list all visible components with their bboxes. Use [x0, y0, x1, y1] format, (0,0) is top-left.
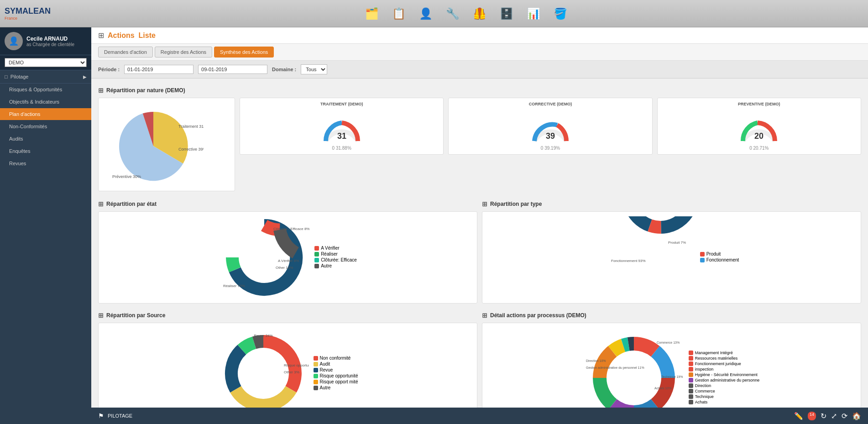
nav-icon-database[interactable]: 🗄️ [497, 4, 517, 24]
section-nature-title: Répartition par nature (DEMO) [106, 87, 185, 94]
mgmt-dot [689, 351, 693, 355]
risque-src-dot [314, 374, 318, 378]
pilotage-icon: □ [5, 74, 8, 79]
top-nav: SYMALEAN France 🗂️ 📋 👤 🔧 🦺 🗄️ 📊 🪣 [0, 0, 868, 27]
p7-arc [600, 351, 612, 378]
sidebar-label-pilotage: Pilotage [10, 74, 29, 79]
type-donut-svg: Fonctionnement 93% Produit 7% [604, 216, 695, 298]
cloturee-label: Clôturée: Efficace [321, 257, 357, 262]
sync-icon[interactable]: ⟳ [842, 412, 847, 420]
type-donut-container: Fonctionnement 93% Produit 7% Produit [487, 216, 856, 298]
section-type-title: Répartition par type [490, 201, 542, 207]
nav-icons: 🗂️ 📋 👤 🔧 🦺 🗄️ 📊 🪣 [68, 4, 863, 24]
nav-icon-safety[interactable]: 🦺 [470, 4, 490, 24]
legend-realiser: Réaliser [314, 251, 357, 256]
etat-cloturee-arc [232, 257, 235, 270]
section-processus: ⊞ Détail actions par processus (DEMO) [482, 312, 861, 319]
logo-main: SYMALEAN [5, 6, 51, 16]
audit-src-legend-label: Audit [320, 361, 330, 366]
type-legend: Produit Fonctionnement [700, 251, 739, 263]
etat-type-row: ⊞ Répartition par état [98, 197, 861, 304]
processus-chart-box: Commerce 13% Technicue 19% Achats 10% Ma… [482, 323, 861, 408]
proc-gestion-label: Gestion administrative du personnel 11% [586, 366, 644, 370]
nav-icon-bucket[interactable]: 🪣 [550, 4, 570, 24]
sidebar-item-revues[interactable]: Revues [0, 157, 91, 170]
autre-src-label: Autre [320, 385, 331, 390]
other-arc [254, 341, 263, 343]
produit-arc [650, 225, 661, 227]
section-etat: ⊞ Répartition par état [98, 200, 477, 208]
plan-label: Plan d'actions [9, 111, 40, 117]
bottom-bar-left: ⚑ PILOTAGE [98, 412, 132, 419]
type-chart-box: Fonctionnement 93% Produit 7% Produit [482, 211, 861, 304]
section-type-icon: ⊞ [482, 200, 487, 208]
legend-autre: Autre [314, 263, 357, 268]
tab-synthese[interactable]: Synthèse des Actions [214, 47, 274, 58]
sidebar-item-audits[interactable]: Audits [0, 133, 91, 145]
legend-risque-src: Risque opportunité [314, 373, 358, 378]
gauge-preventive-title: PREVENTIVE (DEMO) [738, 102, 780, 106]
sidebar-item-risques[interactable]: Risques & Opportunités [0, 84, 91, 96]
etat-label-other: Other 11% [276, 266, 293, 270]
source-col: ⊞ Répartition par Source [98, 308, 477, 408]
edit-icon[interactable]: ✏️ [794, 412, 803, 420]
revue-src-dot [314, 368, 318, 372]
gauge-preventive-sub: 0 20.71% [749, 146, 769, 151]
proc-tech-label: Technicue 19% [661, 375, 683, 378]
nonconformites-label: Non-Conformités [9, 124, 47, 129]
home-icon[interactable]: 🏠 [852, 412, 861, 420]
other-label: Other 3% [284, 370, 299, 374]
tab-registre[interactable]: Registre des Actions [155, 47, 212, 58]
cloturee-dot [314, 258, 319, 262]
risques-label: Risques & Opportunités [9, 87, 62, 92]
p5-arc [612, 404, 634, 408]
sidebar-item-plan[interactable]: Plan d'actions [0, 108, 91, 120]
user-info: Cecile ARNAUD as Chargée de clientèle [26, 36, 74, 47]
refresh-icon[interactable]: ↻ [821, 412, 826, 420]
sidebar-item-objectifs[interactable]: Objectifs & Indicateurs [0, 96, 91, 108]
nav-icon-clipboard[interactable]: 📋 [389, 4, 409, 24]
demo-select[interactable]: DEMO [5, 58, 87, 67]
legend-gestion: Gestion administrative du personne [689, 378, 760, 382]
date-from-input[interactable] [124, 65, 193, 74]
averifier-label: A Vérifier [321, 246, 340, 251]
tabs-bar: Demandes d'action Registre des Actions S… [91, 44, 868, 61]
objectifs-label: Objectifs & Indicateurs [9, 99, 59, 105]
domaine-select[interactable]: Tous [301, 64, 327, 74]
legend-nonconf: Non conformité [314, 356, 358, 361]
type-col: ⊞ Répartition par type [482, 197, 861, 304]
nav-icon-user[interactable]: 👤 [416, 4, 436, 24]
sidebar-item-pilotage[interactable]: □ Pilotage ▶ [0, 70, 91, 84]
risque-src-legend-label: Risque opportunité [320, 373, 358, 378]
risque-opp-dot [314, 380, 318, 384]
gauge-corrective-sub: 0 39.19% [541, 146, 560, 151]
nav-icon-chart[interactable]: 📊 [523, 4, 544, 24]
achats-dot [689, 400, 693, 404]
fullscreen-icon[interactable]: ⤢ [831, 412, 837, 420]
legend-ressources: Ressources matérielles [689, 356, 760, 361]
date-to-input[interactable] [198, 65, 267, 74]
bottom-bar-right: ✏️ 14 ↻ ⤢ ⟳ 🏠 [794, 412, 861, 420]
sidebar-item-enquetes[interactable]: Enquêtes [0, 145, 91, 157]
ressources-dot [689, 356, 693, 361]
tab-demandes[interactable]: Demandes d'action [98, 47, 153, 58]
page-title: Actions Liste [108, 31, 156, 40]
p8-arc [612, 345, 623, 351]
produit-legend-label: Produit [706, 251, 721, 256]
legend-commerce: Commerce [689, 389, 760, 393]
gauge-traitement-svg: 31 [319, 109, 365, 146]
autre-label: Autre [321, 263, 332, 268]
sidebar-item-nonconformites[interactable]: Non-Conformités [0, 120, 91, 133]
legend-inspection: inspection [689, 367, 760, 372]
legend-produit: Produit [700, 251, 739, 256]
etat-label-cloturee: Clôturée - Efficace 8% [273, 227, 309, 231]
nav-icon-tools[interactable]: 🔧 [443, 4, 463, 24]
p9-arc [623, 344, 628, 345]
technique-dot [689, 394, 693, 399]
nonconf-dot [314, 356, 318, 361]
filter-bar: Période : Domaine : Tous [91, 61, 868, 79]
p2-arc [655, 351, 668, 378]
processus-donut-svg: Commerce 13% Technicue 19% Achats 10% Ma… [584, 328, 684, 408]
nav-icon-folder[interactable]: 🗂️ [362, 4, 382, 24]
logo-sub: France [5, 16, 51, 21]
